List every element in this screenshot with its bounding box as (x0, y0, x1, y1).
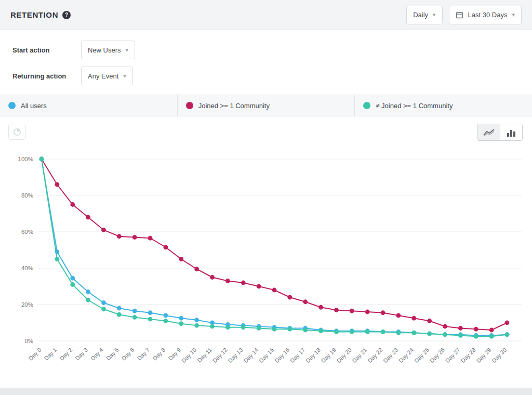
data-point[interactable] (272, 327, 277, 332)
data-point[interactable] (427, 319, 432, 323)
data-point[interactable] (101, 300, 106, 305)
data-point[interactable] (334, 308, 339, 312)
data-point[interactable] (70, 202, 75, 207)
data-point[interactable] (303, 299, 308, 304)
date-range-select[interactable]: Last 30 Days ▾ (449, 6, 522, 24)
interval-select[interactable]: Daily ▾ (406, 6, 442, 24)
data-point[interactable] (427, 332, 432, 336)
returning-action-row: Returning action Any Event ▾ (12, 67, 520, 85)
data-point[interactable] (179, 316, 183, 321)
start-action-value: New Users (88, 46, 121, 54)
x-axis-label: Day 14 (242, 347, 259, 364)
data-point[interactable] (287, 295, 292, 300)
data-point[interactable] (381, 310, 385, 315)
data-point[interactable] (443, 332, 447, 337)
data-point[interactable] (117, 312, 122, 317)
data-point[interactable] (443, 324, 447, 329)
x-axis-label: Day 27 (444, 347, 461, 364)
data-point[interactable] (132, 309, 137, 313)
x-axis-label: Day 22 (366, 347, 383, 364)
data-point[interactable] (381, 330, 385, 334)
data-point[interactable] (303, 328, 308, 333)
footer-gap (0, 388, 532, 395)
data-point[interactable] (350, 330, 354, 334)
x-axis-label: Day 1 (43, 347, 58, 362)
data-point[interactable] (225, 325, 230, 330)
data-point[interactable] (411, 331, 416, 335)
data-point[interactable] (101, 307, 106, 311)
series-color-dot (363, 102, 370, 109)
data-point[interactable] (396, 331, 401, 335)
data-point[interactable] (241, 325, 246, 330)
data-point[interactable] (164, 313, 168, 318)
x-axis-label: Day 25 (413, 347, 430, 364)
legend-item-joined-community[interactable]: Joined >= 1 Community (178, 95, 355, 116)
data-point[interactable] (148, 310, 153, 315)
data-point[interactable] (210, 324, 215, 329)
data-point[interactable] (86, 215, 90, 220)
data-point[interactable] (194, 323, 199, 328)
data-point[interactable] (257, 284, 261, 289)
legend-item-not-joined-community[interactable]: ≠ Joined >= 1 Community (355, 95, 532, 116)
returning-action-select[interactable]: Any Event ▾ (81, 67, 133, 85)
data-point[interactable] (505, 332, 510, 337)
data-point[interactable] (210, 275, 215, 280)
help-icon[interactable]: ? (62, 11, 71, 19)
legend-item-all-users[interactable]: All users (0, 95, 178, 116)
data-point[interactable] (489, 328, 494, 333)
data-point[interactable] (194, 267, 199, 271)
chart-options-button[interactable] (8, 124, 26, 140)
data-point[interactable] (179, 321, 183, 326)
data-point[interactable] (70, 276, 75, 281)
data-point[interactable] (225, 279, 230, 283)
x-axis-label: Day 28 (460, 347, 477, 364)
data-point[interactable] (241, 281, 246, 285)
data-point[interactable] (55, 257, 59, 261)
data-point[interactable] (411, 316, 416, 321)
data-point[interactable] (117, 306, 122, 311)
x-axis-label: Day 12 (211, 347, 229, 364)
data-point[interactable] (39, 157, 44, 162)
data-point[interactable] (70, 282, 75, 287)
data-point[interactable] (164, 319, 168, 323)
data-point[interactable] (489, 334, 494, 339)
data-point[interactable] (458, 326, 463, 331)
data-point[interactable] (257, 326, 261, 331)
data-point[interactable] (365, 330, 370, 334)
data-point[interactable] (318, 328, 323, 333)
data-point[interactable] (474, 334, 478, 339)
data-point[interactable] (287, 327, 292, 332)
data-point[interactable] (164, 245, 168, 249)
data-point[interactable] (505, 321, 510, 325)
data-point[interactable] (350, 309, 354, 313)
data-point[interactable] (148, 317, 153, 322)
retention-line-chart: 0%20%40%60%80%100%Day 0Day 1Day 2Day 3Da… (7, 148, 525, 379)
data-point[interactable] (55, 182, 59, 187)
data-point[interactable] (194, 318, 199, 322)
x-axis-label: Day 20 (336, 347, 353, 364)
y-axis-label: 80% (21, 192, 33, 199)
data-point[interactable] (396, 313, 401, 318)
data-point[interactable] (86, 298, 90, 302)
data-point[interactable] (117, 234, 122, 239)
data-point[interactable] (101, 228, 106, 232)
data-point[interactable] (458, 333, 463, 338)
chart-panel: 0%20%40%60%80%100%Day 0Day 1Day 2Day 3Da… (0, 116, 532, 388)
bar-chart-toggle-button[interactable] (500, 124, 522, 140)
start-action-select[interactable]: New Users ▾ (81, 41, 135, 59)
legend-label: Joined >= 1 Community (198, 102, 270, 110)
data-point[interactable] (179, 257, 183, 261)
x-axis-label: Day 6 (121, 347, 136, 362)
data-point[interactable] (474, 327, 478, 332)
x-axis-label: Day 18 (304, 347, 322, 364)
data-point[interactable] (132, 315, 137, 320)
legend-label: ≠ Joined >= 1 Community (376, 102, 453, 110)
data-point[interactable] (86, 289, 90, 294)
data-point[interactable] (334, 330, 339, 334)
line-chart-toggle-button[interactable] (477, 124, 500, 140)
data-point[interactable] (148, 236, 153, 241)
data-point[interactable] (318, 305, 323, 310)
data-point[interactable] (272, 288, 277, 293)
data-point[interactable] (365, 310, 370, 314)
data-point[interactable] (132, 235, 137, 240)
